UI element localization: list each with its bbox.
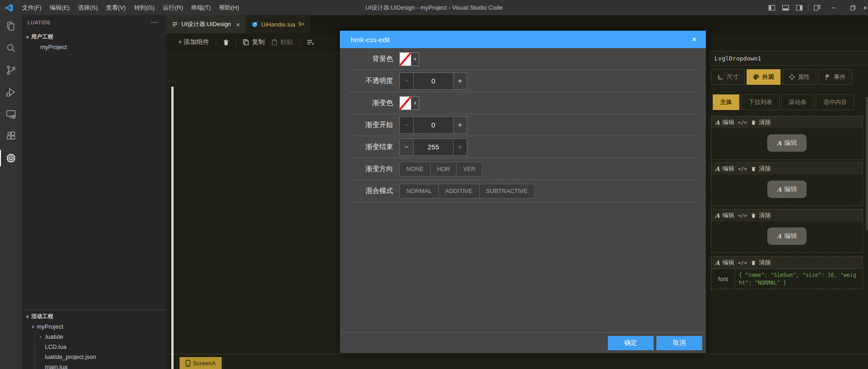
edit-style-button[interactable]: A编辑 [715,118,734,127]
dialog-close-icon[interactable]: × [689,34,699,44]
tree-item-myproject-active[interactable]: ∨ myProject [22,321,166,331]
row-gradient-color: 渐变色 x [349,92,697,114]
menu-selection[interactable]: 选择(S) [74,0,102,15]
close-button[interactable]: × [863,0,868,15]
menu-go[interactable]: 转到(G) [130,0,159,15]
cancel-button[interactable]: 取消 [656,336,702,350]
plus-button[interactable]: + [453,138,467,156]
option-none[interactable]: NONE [399,162,431,176]
more-actions-icon[interactable]: ⋯ [148,18,161,27]
list-options-button[interactable] [306,39,314,45]
menu-edit[interactable]: 编辑(E) [46,0,74,15]
menu-file[interactable]: 文件(F) [18,0,46,15]
tab-appearance[interactable]: 外观 [747,69,781,85]
sidebar-title: LUATIDE [27,20,51,25]
menu-run[interactable]: 运行(R) [158,0,187,15]
edit-style-button[interactable]: A编辑 [715,165,734,173]
subtab-dropdown-list[interactable]: 下拉列表 [741,94,780,110]
tree-item-luatide-folder[interactable]: › .luatide [22,331,166,341]
toggle-secondary-sidebar-icon[interactable] [792,0,806,15]
clear-style-button[interactable]: 清除 [751,118,771,127]
tree-item-label: LCD.lua [45,343,66,350]
extensions-icon[interactable] [0,125,22,147]
clear-style-button[interactable]: 清除 [751,259,771,267]
panel-scrollbar[interactable] [866,97,868,230]
tree-item-label: myProject [37,323,63,330]
code-edit-icon[interactable]: </> [738,166,747,172]
menu-view[interactable]: 查看(V) [102,0,130,15]
luatide-chip-icon[interactable] [0,147,22,169]
tab-badge: 9+ [299,21,305,28]
gradient-end-value[interactable]: 255 [414,138,453,156]
minus-button[interactable]: − [399,138,414,156]
code-edit-icon[interactable]: </> [738,213,747,219]
minimize-button[interactable]: − [824,0,843,15]
close-tab-icon[interactable]: × [236,21,240,28]
tab-attributes[interactable]: 属性 [782,69,816,85]
option-ver[interactable]: VER [456,162,482,176]
tree-item-myproject[interactable]: myProject [22,42,166,52]
delete-button[interactable] [223,39,229,46]
subtab-selected[interactable]: 选中内容 [816,94,854,110]
tree-item-main-lua[interactable]: main.lua [22,362,166,369]
customize-layout-icon[interactable] [810,0,824,15]
section-active-project[interactable]: ∨ 活动工程 [22,311,166,321]
code-edit-icon[interactable]: </> [738,260,747,266]
tree-item-lcd-lua[interactable]: LCD.lua [22,341,166,352]
style-block: A编辑 </> 清除 A编辑 [711,116,863,160]
tab-size[interactable]: 尺寸 [711,69,745,85]
minus-button[interactable]: − [399,72,414,90]
option-normal[interactable]: NORMAL [399,184,439,198]
gradient-start-value[interactable]: 0 [414,116,453,134]
edit-style-button[interactable]: A编辑 [715,259,734,267]
tree-item-label: myProject [40,44,67,50]
paste-button[interactable]: 粘贴 [271,38,293,46]
search-icon[interactable] [0,37,22,59]
ok-button[interactable]: 确定 [608,336,654,350]
option-subtractive[interactable]: SUBTRACTIVE [479,184,535,198]
tab-label: UI设计器:UiDesign [181,20,231,28]
screen-tab-screena[interactable]: ScreenA [180,357,222,369]
style-a-icon: A [777,140,781,146]
edit-style-button[interactable]: A编辑 [715,211,734,220]
style-a-icon: A [777,187,781,193]
toggle-sidebar-icon[interactable] [765,0,779,15]
subtab-main[interactable]: 主体 [713,94,739,110]
color-swatch[interactable] [399,96,411,110]
option-hor[interactable]: HOR [430,162,457,176]
edit-button[interactable]: A编辑 [767,181,807,198]
section-user-project[interactable]: ∨ 用户工程 [22,32,166,42]
clear-color-button[interactable]: x [411,52,419,66]
tree-item-project-json[interactable]: luatide_project.json [22,352,166,362]
clear-style-button[interactable]: 清除 [751,211,771,220]
run-debug-icon[interactable] [0,81,22,103]
tab-uihandle[interactable]: UiHandle.lua 9+ [246,15,310,33]
tab-events[interactable]: 事件 [818,69,852,85]
minus-button[interactable]: − [399,116,414,134]
code-edit-icon[interactable]: </> [738,120,747,126]
edit-button[interactable]: A编辑 [767,134,807,152]
add-component-button[interactable]: + 添加组件 [178,38,209,46]
chevron-right-icon: › [37,334,44,339]
explorer-icon[interactable] [0,15,22,37]
plus-button[interactable]: + [453,72,467,90]
menu-terminal[interactable]: 终端(T) [187,0,215,15]
menu-help[interactable]: 帮助(H) [215,0,243,15]
copy-button[interactable]: 复制 [243,38,265,46]
dialog-header: hmk-css-edit × [340,31,706,48]
font-value[interactable]: { "name": "SimSun", "size": 16, "weight"… [735,269,863,289]
option-additive[interactable]: ADDITIVE [438,184,480,198]
tab-uidesigner[interactable]: UI设计器:UiDesign × [166,15,246,33]
edit-button[interactable]: A编辑 [767,227,807,245]
color-swatch[interactable] [399,52,411,66]
clear-style-button[interactable]: 清除 [751,165,771,173]
subtab-scrollbar[interactable]: 滚动条 [781,94,814,110]
restore-button[interactable] [843,0,863,15]
remote-explorer-icon[interactable] [0,103,22,125]
tree-item-label: main.lua [45,363,67,369]
toggle-panel-icon[interactable] [779,0,792,15]
clear-color-button[interactable]: x [411,96,419,110]
plus-button[interactable]: + [453,116,467,134]
source-control-icon[interactable] [0,59,22,81]
opacity-value[interactable]: 0 [414,72,453,90]
